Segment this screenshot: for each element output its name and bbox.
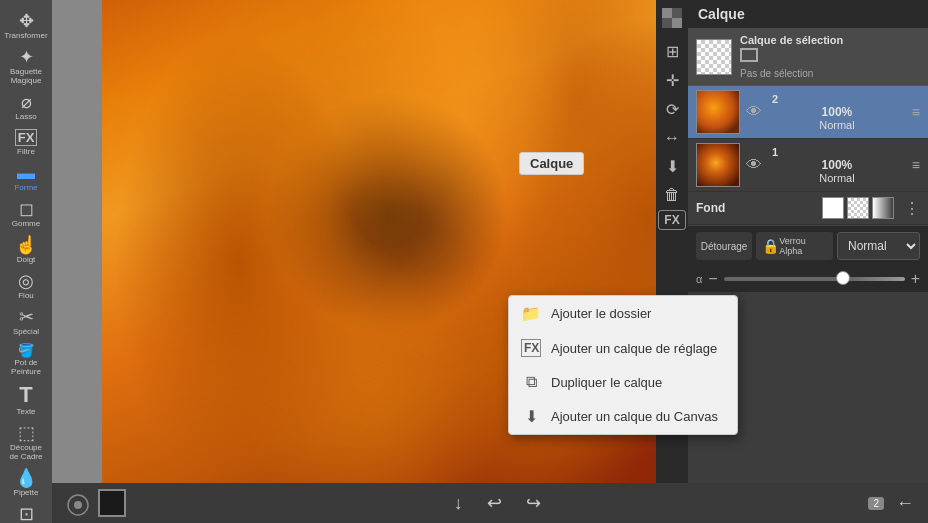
svg-rect-0	[662, 8, 672, 18]
tool-transformer[interactable]: ✥ Transformer	[2, 8, 50, 42]
opacity-handle[interactable]	[836, 271, 850, 285]
duplicate-icon: ⧉	[521, 373, 541, 391]
download-icon[interactable]: ⬇	[658, 153, 686, 180]
tool-decoupe[interactable]: ⬚ Découpede Cadre	[2, 420, 50, 463]
tool-gomme[interactable]: ◻ Gomme	[2, 196, 50, 230]
layers-bottom: Détourage 🔒 Verrou Alpha Normal Multipli…	[688, 225, 928, 266]
tool-transformer-label: Transformer	[4, 31, 47, 40]
transform-icon[interactable]: ↔	[658, 125, 686, 151]
lasso-icon: ⌀	[21, 93, 32, 111]
context-add-folder[interactable]: 📁 Ajouter le dossier	[509, 296, 737, 331]
tool-baguette[interactable]: ✦ BaguetteMagique	[2, 44, 50, 87]
undo-btn[interactable]: ↩	[483, 488, 506, 518]
tool-filtre-label: Filtre	[17, 147, 35, 156]
swatch-white[interactable]	[822, 197, 844, 219]
grid-btn[interactable]	[62, 489, 90, 517]
tool-pipette-label: Pipette	[14, 488, 39, 497]
tool-gomme-label: Gomme	[12, 219, 40, 228]
verrou-icon: 🔒	[762, 238, 779, 254]
calque-text: Calque	[530, 156, 573, 171]
svg-point-5	[74, 501, 82, 509]
tool-toile[interactable]: ⊡ Toile	[2, 501, 50, 523]
bottom-center: ↓ ↩ ↪	[450, 488, 545, 518]
canvas-down-icon: ⬇	[521, 407, 541, 426]
background-layer[interactable]: Fond ⋮	[688, 192, 928, 225]
opacity-label: α	[696, 273, 702, 285]
bottom-right: 2 ←	[868, 489, 918, 518]
detourage-label: Détourage	[701, 241, 748, 252]
swatch-gradient[interactable]	[872, 197, 894, 219]
filtre-icon: FX	[15, 129, 38, 146]
back-btn[interactable]: ←	[892, 489, 918, 518]
selection-layer-name: Calque de sélection	[740, 34, 920, 46]
transformer-icon: ✥	[19, 12, 34, 30]
tool-filtre[interactable]: FX Filtre	[2, 125, 50, 158]
layer-1-options[interactable]: ≡	[912, 157, 920, 173]
detourage-btn[interactable]: Détourage	[696, 232, 752, 260]
pinceau-icon: 🪣	[18, 344, 34, 357]
layer-1-mode: Normal	[819, 172, 854, 184]
tool-forme[interactable]: ▬ Forme	[2, 160, 50, 194]
layer-2-options[interactable]: ≡	[912, 104, 920, 120]
layer-2-mode: Normal	[819, 119, 854, 131]
tool-decoupe-label: Découpede Cadre	[10, 443, 43, 461]
fx-icon[interactable]: FX	[658, 210, 686, 230]
layers-icon[interactable]: ⊞	[658, 38, 686, 65]
swatch-checker[interactable]	[847, 197, 869, 219]
toile-icon: ⊡	[19, 505, 34, 523]
opacity-row: α − +	[688, 266, 928, 292]
context-duplicate[interactable]: ⧉ Dupliquer le calque	[509, 365, 737, 399]
tool-lasso[interactable]: ⌀ Lasso	[2, 89, 50, 123]
tool-flou[interactable]: ◎ Flou	[2, 268, 50, 302]
move-icon[interactable]: ✛	[658, 67, 686, 94]
tool-special[interactable]: ✂ Spécial	[2, 304, 50, 338]
redo-btn[interactable]: ↪	[522, 488, 545, 518]
download-bottom-btn[interactable]: ↓	[450, 489, 467, 518]
folder-icon: 📁	[521, 304, 541, 323]
blend-mode-select[interactable]: Normal Multiplier Screen	[837, 232, 920, 260]
special-icon: ✂	[19, 308, 34, 326]
tool-forme-label: Forme	[14, 183, 37, 192]
left-toolbar: ✥ Transformer ✦ BaguetteMagique ⌀ Lasso …	[0, 0, 52, 523]
baguette-icon: ✦	[19, 48, 34, 66]
layer-1-thumb	[696, 143, 740, 187]
layers-title: Calque	[698, 6, 745, 22]
doigt-icon: ☝	[15, 236, 37, 254]
verrou-alpha-btn[interactable]: 🔒 Verrou Alpha	[756, 232, 833, 260]
selection-rect-icon	[740, 48, 758, 62]
forme-icon: ▬	[17, 164, 35, 182]
background-options[interactable]: ⋮	[904, 199, 920, 218]
selection-sub-text: Pas de sélection	[740, 68, 920, 79]
checkerboard-icon[interactable]	[658, 4, 686, 36]
selection-layer[interactable]: Calque de sélection Pas de sélection	[688, 28, 928, 86]
layer-2-visibility[interactable]: 👁	[746, 103, 762, 121]
context-add-canvas-label: Ajouter un calque du Canvas	[551, 409, 718, 424]
tool-flou-label: Flou	[18, 291, 34, 300]
tool-texte[interactable]: T Texte	[2, 380, 50, 418]
context-add-canvas[interactable]: ⬇ Ajouter un calque du Canvas	[509, 399, 737, 434]
fx-context-icon: FX	[521, 339, 541, 357]
opacity-slider[interactable]	[724, 277, 905, 281]
layer-2-image	[697, 91, 739, 133]
opacity-increase-btn[interactable]: +	[911, 270, 920, 288]
layer-row-1[interactable]: 👁 1 100% Normal ≡	[688, 139, 928, 192]
context-add-adjust[interactable]: FX Ajouter un calque de réglage	[509, 331, 737, 365]
selection-thumb	[696, 39, 732, 75]
svg-rect-3	[662, 18, 672, 28]
opacity-decrease-btn[interactable]: −	[708, 270, 717, 288]
verrou-label: Verrou Alpha	[779, 236, 827, 256]
calque-floating-label: Calque	[519, 152, 584, 175]
tool-lasso-label: Lasso	[15, 112, 36, 121]
color-swatch[interactable]	[98, 489, 126, 517]
layer-1-visibility[interactable]: 👁	[746, 156, 762, 174]
tool-doigt[interactable]: ☝ Doigt	[2, 232, 50, 266]
bottom-left	[62, 489, 126, 517]
tool-pinceau[interactable]: 🪣 Pot dePeinture	[2, 340, 50, 378]
tool-pipette[interactable]: 💧 Pipette	[2, 465, 50, 499]
redo-icon[interactable]: ⟳	[658, 96, 686, 123]
layer-row-2[interactable]: 👁 2 100% Normal ≡	[688, 86, 928, 139]
decoupe-icon: ⬚	[18, 424, 35, 442]
bottom-toolbar: ↓ ↩ ↪ 2 ←	[52, 483, 928, 523]
selection-info: Calque de sélection Pas de sélection	[740, 34, 920, 79]
trash-icon[interactable]: 🗑	[658, 182, 686, 208]
